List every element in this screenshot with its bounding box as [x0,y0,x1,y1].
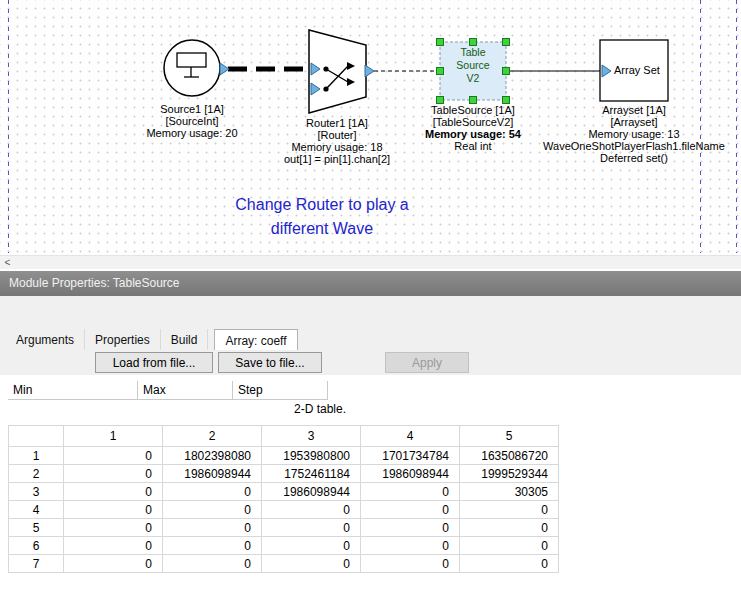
min-label: Min [8,381,138,400]
grid-row-header[interactable]: 5 [9,519,64,537]
canvas-hscrollbar[interactable]: < [0,255,741,269]
step-label: Step [233,381,328,400]
source-module[interactable] [164,40,229,96]
router-module[interactable] [309,30,374,113]
grid-row-header[interactable]: 4 [9,501,64,519]
grid-col-header[interactable]: 4 [361,426,460,447]
selection-handle[interactable] [437,97,444,104]
selection-handle[interactable] [503,39,510,46]
tab-arguments[interactable]: Arguments [6,329,85,350]
selection-handle[interactable] [503,97,510,104]
grid-cell[interactable]: 0 [64,483,163,501]
caption-line: [SourceInt] [146,115,237,127]
grid-cell[interactable]: 0 [64,501,163,519]
grid-cell[interactable]: 1701734784 [361,447,460,465]
grid-cell[interactable]: 0 [361,519,460,537]
caption-line: Deferred set() [543,152,725,164]
grid-cell[interactable]: 0 [64,555,163,573]
coeff-grid[interactable]: 1 2 3 4 5 1 0 1802398080 1953980800 1701… [8,425,559,573]
selection-handle[interactable] [437,39,444,46]
grid-cell[interactable]: 0 [460,501,559,519]
grid-row: 2 0 1986098944 1752461184 1986098944 199… [9,465,559,483]
apply-button[interactable]: Apply [385,352,469,373]
page-boundary-guide [736,0,737,253]
grid-col-header[interactable]: 3 [262,426,361,447]
grid-row-header[interactable]: 2 [9,465,64,483]
grid-col-header[interactable]: 5 [460,426,559,447]
scroll-left-button[interactable]: < [0,256,15,269]
grid-cell[interactable]: 1986098944 [361,465,460,483]
grid-cell[interactable]: 1635086720 [460,447,559,465]
selection-handle[interactable] [470,97,477,104]
block-label-line: Table [456,46,489,59]
tab-properties[interactable]: Properties [85,329,161,350]
grid-row-header[interactable]: 6 [9,537,64,555]
caption-line: TableSource [1A] [425,104,521,116]
grid-cell[interactable]: 0 [64,447,163,465]
source-body[interactable] [164,40,220,96]
grid-row: 4 0 0 0 0 0 [9,501,559,519]
grid-cell[interactable]: 1986098944 [262,483,361,501]
router-body[interactable] [309,30,366,113]
grid-cell[interactable]: 0 [64,537,163,555]
grid-cell[interactable]: 0 [460,555,559,573]
grid-header-row: 1 2 3 4 5 [9,426,559,447]
grid-cell[interactable]: 0 [262,537,361,555]
router-output-pin[interactable] [365,65,374,77]
caption-line: out[1] = pin[1].chan[2] [284,153,390,165]
grid-row: 6 0 0 0 0 0 [9,537,559,555]
load-from-file-button[interactable]: Load from file... [95,352,213,373]
save-to-file-button[interactable]: Save to file... [218,352,322,373]
grid-cell[interactable]: 30305 [460,483,559,501]
selection-handle[interactable] [503,68,510,75]
grid-col-header[interactable]: 2 [163,426,262,447]
source-caption: Source1 [1A] [SourceInt] Memory usage: 2… [146,103,237,139]
grid-cell[interactable]: 0 [163,519,262,537]
source-output-pin[interactable] [220,63,229,75]
grid-cell[interactable]: 0 [64,519,163,537]
grid-row-header[interactable]: 1 [9,447,64,465]
grid-cell[interactable]: 0 [163,537,262,555]
grid-cell[interactable]: 0 [163,501,262,519]
grid-cell[interactable]: 1752461184 [262,465,361,483]
grid-cell[interactable]: 0 [361,483,460,501]
caption-line: Memory usage: 13 [543,128,725,140]
grid-cell[interactable]: 0 [262,519,361,537]
grid-row: 7 0 0 0 0 0 [9,555,559,573]
grid-cell[interactable]: 0 [361,501,460,519]
grid-cell[interactable]: 0 [163,555,262,573]
grid-row: 5 0 0 0 0 0 [9,519,559,537]
tablesource-caption: TableSource [1A] [TableSourceV2] Memory … [425,104,521,152]
grid-cell[interactable]: 0 [163,483,262,501]
tab-array-coeff[interactable]: Array: coeff [214,329,297,350]
arrayset-block-label[interactable]: Array Set [614,64,660,76]
design-canvas[interactable]: Table Source V2 Array Set Source1 [1A] [… [0,0,741,255]
grid-col-header[interactable]: 1 [64,426,163,447]
tablesource-block-label[interactable]: Table Source V2 [456,46,489,85]
grid-cell[interactable]: 1986098944 [163,465,262,483]
grid-cell[interactable]: 0 [262,555,361,573]
grid-cell[interactable]: 0 [361,537,460,555]
grid-cell[interactable]: 0 [460,537,559,555]
grid-cell[interactable]: 0 [361,555,460,573]
properties-tab-bar: Arguments Properties Build Array: coeff [6,329,298,350]
selection-handle[interactable] [437,68,444,75]
grid-cell[interactable]: 1953980800 [262,447,361,465]
canvas-annotation[interactable]: Change Router to play a different Wave [235,193,408,241]
module-properties-title: Module Properties: TableSource [9,276,180,290]
grid-row-header[interactable]: 3 [9,483,64,501]
grid-cell[interactable]: 0 [460,519,559,537]
grid-row-header[interactable]: 7 [9,555,64,573]
app-window: Table Source V2 Array Set Source1 [1A] [… [0,0,741,600]
grid-cell[interactable]: 0 [64,465,163,483]
block-label-line: V2 [456,72,489,85]
caption-line: Real int [425,140,521,152]
caption-line: Router1 [1A] [284,117,390,129]
selection-handle[interactable] [470,39,477,46]
annotation-line: Change Router to play a [235,193,408,217]
grid-cell[interactable]: 0 [262,501,361,519]
table-caption: 2-D table. [294,402,346,416]
grid-cell[interactable]: 1802398080 [163,447,262,465]
grid-cell[interactable]: 1999529344 [460,465,559,483]
tab-build[interactable]: Build [161,329,209,350]
